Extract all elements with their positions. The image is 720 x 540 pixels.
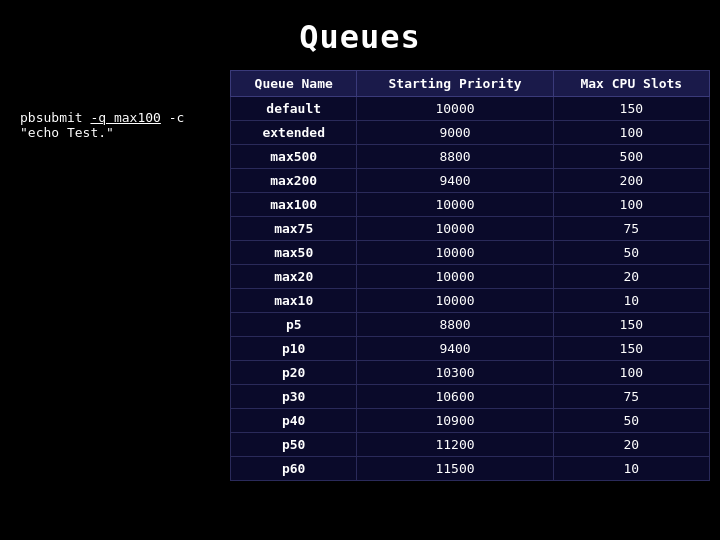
- queue-name-cell: p5: [231, 313, 357, 337]
- priority-cell: 11200: [357, 433, 553, 457]
- queue-name-cell: p50: [231, 433, 357, 457]
- slots-cell: 100: [553, 193, 709, 217]
- priority-cell: 10900: [357, 409, 553, 433]
- table-row: p109400150: [231, 337, 710, 361]
- priority-cell: 10000: [357, 241, 553, 265]
- slots-cell: 200: [553, 169, 709, 193]
- table-row: max2009400200: [231, 169, 710, 193]
- queue-name-cell: max75: [231, 217, 357, 241]
- slots-cell: 50: [553, 241, 709, 265]
- table-row: p501120020: [231, 433, 710, 457]
- slots-cell: 75: [553, 385, 709, 409]
- priority-cell: 10000: [357, 217, 553, 241]
- priority-cell: 10000: [357, 289, 553, 313]
- cmd-prefix: pbsubmit: [20, 110, 90, 125]
- table-row: default10000150: [231, 97, 710, 121]
- slots-cell: 150: [553, 313, 709, 337]
- slots-cell: 75: [553, 217, 709, 241]
- slots-cell: 10: [553, 457, 709, 481]
- priority-cell: 10000: [357, 97, 553, 121]
- queue-name-cell: p40: [231, 409, 357, 433]
- priority-cell: 10600: [357, 385, 553, 409]
- queue-name-cell: default: [231, 97, 357, 121]
- slots-cell: 500: [553, 145, 709, 169]
- table-row: p301060075: [231, 385, 710, 409]
- slots-cell: 20: [553, 433, 709, 457]
- table-row: max5008800500: [231, 145, 710, 169]
- queue-name-cell: max10: [231, 289, 357, 313]
- priority-cell: 9400: [357, 169, 553, 193]
- col-header-priority: Starting Priority: [357, 71, 553, 97]
- table-row: p2010300100: [231, 361, 710, 385]
- slots-cell: 100: [553, 121, 709, 145]
- table-row: p401090050: [231, 409, 710, 433]
- priority-cell: 9000: [357, 121, 553, 145]
- priority-cell: 8800: [357, 313, 553, 337]
- col-header-name: Queue Name: [231, 71, 357, 97]
- table-row: max10010000100: [231, 193, 710, 217]
- command-text: pbsubmit -q max100 -c "echo Test.": [20, 110, 184, 140]
- page-title: Queues: [0, 0, 720, 70]
- queue-name-cell: p60: [231, 457, 357, 481]
- cmd-flag: -q max100: [90, 110, 160, 125]
- queues-table: Queue Name Starting Priority Max CPU Slo…: [230, 70, 710, 481]
- priority-cell: 11500: [357, 457, 553, 481]
- main-layout: pbsubmit -q max100 -c "echo Test." Queue…: [0, 70, 720, 481]
- slots-cell: 50: [553, 409, 709, 433]
- slots-cell: 150: [553, 337, 709, 361]
- queue-name-cell: max20: [231, 265, 357, 289]
- queue-name-cell: max500: [231, 145, 357, 169]
- table-header-row: Queue Name Starting Priority Max CPU Slo…: [231, 71, 710, 97]
- table-panel: Queue Name Starting Priority Max CPU Slo…: [230, 70, 710, 481]
- table-row: extended9000100: [231, 121, 710, 145]
- table-row: max201000020: [231, 265, 710, 289]
- queue-name-cell: p30: [231, 385, 357, 409]
- left-panel: pbsubmit -q max100 -c "echo Test.": [10, 70, 230, 140]
- priority-cell: 10000: [357, 193, 553, 217]
- slots-cell: 20: [553, 265, 709, 289]
- slots-cell: 10: [553, 289, 709, 313]
- queue-name-cell: extended: [231, 121, 357, 145]
- slots-cell: 150: [553, 97, 709, 121]
- queue-name-cell: max200: [231, 169, 357, 193]
- table-row: p58800150: [231, 313, 710, 337]
- queue-name-cell: p10: [231, 337, 357, 361]
- queue-name-cell: max100: [231, 193, 357, 217]
- table-row: max101000010: [231, 289, 710, 313]
- queue-name-cell: p20: [231, 361, 357, 385]
- priority-cell: 10300: [357, 361, 553, 385]
- priority-cell: 10000: [357, 265, 553, 289]
- queue-name-cell: max50: [231, 241, 357, 265]
- priority-cell: 8800: [357, 145, 553, 169]
- table-row: max751000075: [231, 217, 710, 241]
- col-header-slots: Max CPU Slots: [553, 71, 709, 97]
- table-row: p601150010: [231, 457, 710, 481]
- priority-cell: 9400: [357, 337, 553, 361]
- slots-cell: 100: [553, 361, 709, 385]
- table-row: max501000050: [231, 241, 710, 265]
